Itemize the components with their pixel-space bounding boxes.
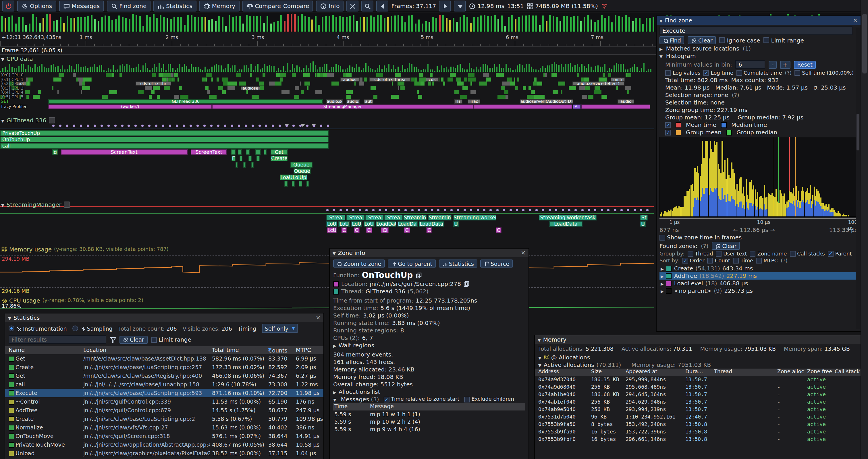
cpu-core-row[interactable]: GET GLThread 336audio.seaudio:autTiTraca… bbox=[0, 99, 654, 104]
statistics-button[interactable]: Statistics bbox=[153, 0, 196, 11]
zone-bar[interactable]: C bbox=[404, 227, 410, 233]
expand-icon[interactable] bbox=[661, 288, 664, 294]
zone-bar[interactable]: Streaming worker tas bbox=[453, 215, 496, 221]
zone-bar[interactable]: St bbox=[640, 215, 648, 221]
bin-plus-button[interactable]: + bbox=[780, 61, 790, 69]
found-zone-group[interactable]: AddTree(18,542)227.19 ms bbox=[659, 272, 858, 280]
log-time-checkbox[interactable]: Log time bbox=[703, 70, 733, 76]
col-mtpc[interactable]: MTPC bbox=[296, 347, 311, 353]
cpu-core-row[interactable]: Tracy Profiler (worker/)StreamingManager… bbox=[0, 104, 654, 109]
zone-bar[interactable]: LoadData bbox=[549, 221, 583, 227]
zoom-to-zone-button[interactable]: Zoom to zone bbox=[333, 260, 384, 267]
zone-bar[interactable] bbox=[230, 149, 235, 155]
histogram-section-row[interactable]: Histogram bbox=[659, 53, 858, 59]
mean-legend-checkbox[interactable] bbox=[665, 122, 671, 128]
cpu-zone[interactable]: GLThread 336 bbox=[48, 99, 323, 104]
relative-time-checkbox[interactable]: Time relative to zone start bbox=[384, 396, 460, 403]
cpu-zone[interactable]: mi.ti bbox=[611, 77, 625, 81]
zone-bar[interactable]: C bbox=[366, 227, 372, 233]
cpu-zone[interactable]: Ti bbox=[455, 99, 462, 104]
col-appeared[interactable]: Appeared at bbox=[626, 368, 683, 374]
self-time-checkbox[interactable]: Self time (100.00%) bbox=[795, 70, 854, 76]
zone-bar[interactable]: E bbox=[231, 156, 236, 161]
statistics-row[interactable]: ~Controljni/../jni/src/guif/Control.cpp:… bbox=[5, 397, 323, 406]
allocation-row[interactable]: 0x74a9d68040256 KB295,668,489ns13:50.7 G… bbox=[535, 384, 861, 391]
sort-by-option[interactable]: Count bbox=[707, 258, 730, 264]
memory-usage-graph[interactable] bbox=[0, 257, 654, 287]
thread-options-icon[interactable] bbox=[49, 117, 55, 123]
zone-statistics-button[interactable]: Statistics bbox=[439, 260, 477, 267]
close-icon[interactable]: ✕ bbox=[853, 18, 858, 23]
find-zone-scrollbar[interactable] bbox=[856, 28, 860, 329]
allocation-row[interactable]: 0x7553b9fbf016 bytes296,661,146ns13:50.8… bbox=[535, 436, 861, 443]
cpu-zone[interactable]: StreamingManager bbox=[212, 104, 473, 109]
help-badge[interactable]: (?) bbox=[781, 258, 787, 264]
find-zone-search-input[interactable] bbox=[659, 26, 852, 35]
find-zone-button[interactable]: Find zone bbox=[106, 0, 151, 11]
col-location[interactable]: Location bbox=[83, 347, 106, 353]
statistics-row[interactable]: Unloadjni/../jni/src/claw/graphics/pixel… bbox=[5, 449, 323, 458]
cpu-overview-graph[interactable] bbox=[0, 63, 654, 72]
zone-source-button[interactable]: Source bbox=[480, 260, 513, 267]
group-by-option[interactable]: Zone name bbox=[750, 251, 787, 257]
go-to-parent-button[interactable]: Go to parent bbox=[388, 260, 436, 267]
zone-bar[interactable] bbox=[243, 162, 246, 168]
expand-icon[interactable] bbox=[661, 273, 664, 279]
col-address[interactable]: Address bbox=[538, 368, 589, 374]
cpu-usage-header[interactable]: CPU usage (y-range: 0.78%, visible data … bbox=[1, 297, 143, 304]
limit-range-checkbox[interactable]: Limit range bbox=[151, 336, 191, 343]
found-zone-group[interactable]: LoadLevel(18)406.88 µs bbox=[659, 280, 858, 287]
zone-bar[interactable]: Streaming worker task bbox=[538, 215, 597, 221]
zone-bar[interactable]: C bbox=[426, 227, 432, 233]
cpu-core-row[interactable]: [0:1] CPU 1 audioscds_ol_rx_threacdsmi.t… bbox=[0, 77, 654, 81]
min-bin-input[interactable] bbox=[736, 60, 766, 69]
group-by-option[interactable]: Parent bbox=[828, 251, 852, 257]
statistics-row[interactable]: Executejni/../jni/src/claw/base/LuaScrip… bbox=[5, 389, 323, 397]
zone-bar[interactable]: LoU bbox=[351, 221, 362, 227]
cpu-core-row[interactable]: [0:2] CPU 2 autcds_ol_rx_thraudio.servic… bbox=[0, 81, 654, 86]
zone-bar[interactable] bbox=[306, 181, 309, 187]
col-message[interactable]: Message bbox=[370, 403, 394, 409]
allocations-list-row[interactable]: Allocations list bbox=[330, 388, 528, 396]
cpu-zone[interactable]: audio: bbox=[346, 99, 360, 104]
col-call-stack[interactable]: Call stack bbox=[835, 368, 860, 374]
zone-bar[interactable] bbox=[239, 156, 242, 161]
col-thread[interactable]: Thread bbox=[714, 368, 775, 374]
close-icon[interactable]: ✕ bbox=[316, 315, 320, 321]
instrumentation-radio[interactable]: Instrumentation bbox=[9, 325, 67, 332]
zone-bar[interactable]: Strea bbox=[346, 215, 365, 221]
statistics-row[interactable]: Createjni/../jni/src/claw/base/LuaScript… bbox=[5, 415, 323, 423]
copy-icon[interactable] bbox=[415, 272, 421, 278]
cpu-core-row[interactable]: [0:3] CPU 3 audiose bbox=[0, 86, 654, 90]
collapse-icon[interactable] bbox=[538, 361, 541, 368]
statistics-row[interactable]: calljni/../jni/../../../src/claw/base/Lu… bbox=[5, 380, 323, 389]
zone-bar[interactable] bbox=[251, 162, 254, 168]
col-name[interactable]: Name bbox=[9, 347, 25, 353]
zone-bar[interactable]: Strea bbox=[365, 215, 384, 221]
cpu-zone[interactable]: audios bbox=[340, 77, 360, 81]
find-limit-range-checkbox[interactable]: Limit range bbox=[764, 37, 804, 43]
cpu-core-row[interactable]: [0:5] CPU 5 bbox=[0, 94, 654, 98]
zone-bar[interactable]: C bbox=[341, 227, 347, 233]
message-row[interactable]: 5.59 smip 9 w 4 h 4 (16) bbox=[330, 425, 528, 433]
close-icon[interactable]: ✕ bbox=[521, 250, 526, 256]
group-by-option[interactable]: User text bbox=[716, 251, 747, 257]
zone-bar[interactable]: ScreenText bbox=[61, 149, 188, 155]
statistics-panel-title[interactable]: Statistics ✕ bbox=[5, 314, 323, 322]
cumulate-time-checkbox[interactable]: Cumulate time bbox=[736, 70, 782, 76]
log-values-checkbox[interactable]: Log values bbox=[665, 70, 700, 76]
streamingmanager-header[interactable]: StreamingManager bbox=[1, 201, 70, 208]
funnel-icon[interactable] bbox=[110, 336, 116, 343]
cpu-zone[interactable]: (worker/) bbox=[48, 104, 212, 109]
streaming-messages-dots[interactable] bbox=[0, 208, 654, 212]
group-legend-checkbox[interactable] bbox=[665, 129, 671, 135]
allocation-row[interactable]: 0x74ab1ef040256 KB294,629,948ns13:50.7 G… bbox=[535, 398, 861, 406]
zone-info-panel-title[interactable]: Zone info ✕ bbox=[330, 249, 528, 257]
ignore-case-checkbox[interactable]: Ignore case bbox=[719, 37, 760, 43]
glthread-header[interactable]: GLThread 336 bbox=[1, 117, 55, 124]
main-scrollbar[interactable] bbox=[861, 0, 868, 459]
compare-button[interactable]: CompareCompare bbox=[242, 0, 313, 11]
allocation-row[interactable]: 0x7553b9fa9016 bytes153,722,396ns13:50.8… bbox=[535, 428, 861, 436]
group-by-option[interactable]: Call stacks bbox=[789, 251, 825, 257]
zone-bar[interactable]: Strea bbox=[384, 215, 403, 221]
